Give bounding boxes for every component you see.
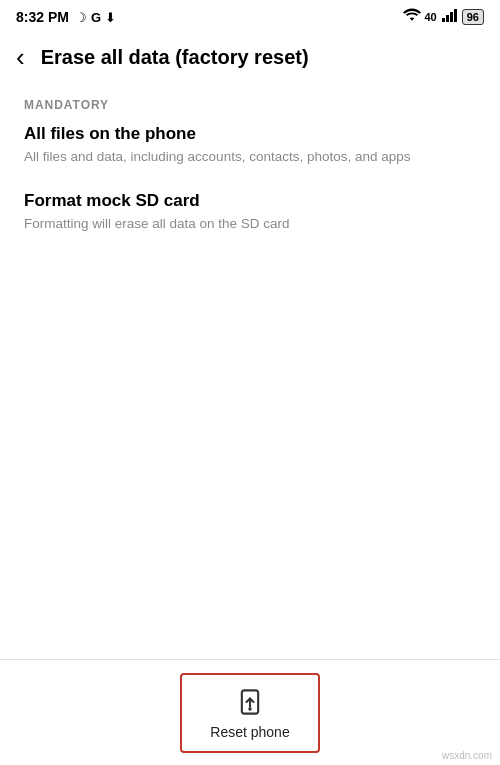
google-icon: G: [91, 10, 101, 25]
svg-rect-1: [446, 15, 449, 22]
moon-icon: ☽: [75, 10, 87, 25]
option-sd-card-desc: Formatting will erase all data on the SD…: [24, 215, 476, 234]
status-bar-left: 8:32 PM ☽ G ⬇: [16, 9, 116, 25]
content: MANDATORY All files on the phone All fil…: [0, 82, 500, 234]
back-button[interactable]: ‹: [16, 44, 25, 70]
page-title: Erase all data (factory reset): [41, 44, 309, 70]
svg-rect-0: [442, 18, 445, 22]
signal-bars-icon: [442, 8, 458, 26]
option-all-files-desc: All files and data, including accounts, …: [24, 148, 476, 167]
status-bar-right: 40 96: [403, 8, 485, 26]
svg-rect-3: [454, 9, 457, 22]
option-sd-card-title: Format mock SD card: [24, 191, 476, 211]
watermark: wsxdn.com: [442, 750, 492, 761]
wifi-icon: [403, 8, 421, 26]
option-all-files: All files on the phone All files and dat…: [24, 124, 476, 167]
option-all-files-title: All files on the phone: [24, 124, 476, 144]
status-bar: 8:32 PM ☽ G ⬇ 40 96: [0, 0, 500, 32]
download-icon: ⬇: [105, 10, 116, 25]
signal-4g-icon: 40: [425, 11, 437, 23]
header: ‹ Erase all data (factory reset): [0, 32, 500, 82]
status-time: 8:32 PM: [16, 9, 69, 25]
reset-phone-label: Reset phone: [210, 724, 289, 740]
battery-icon: 96: [462, 9, 484, 25]
svg-point-5: [248, 707, 252, 711]
svg-rect-2: [450, 12, 453, 22]
reset-phone-button[interactable]: Reset phone: [180, 673, 320, 753]
section-label: MANDATORY: [24, 98, 476, 112]
bottom-container: Reset phone: [0, 659, 500, 765]
option-sd-card: Format mock SD card Formatting will eras…: [24, 191, 476, 234]
status-icons-left: ☽ G ⬇: [75, 10, 116, 25]
reset-phone-icon: [234, 686, 266, 718]
